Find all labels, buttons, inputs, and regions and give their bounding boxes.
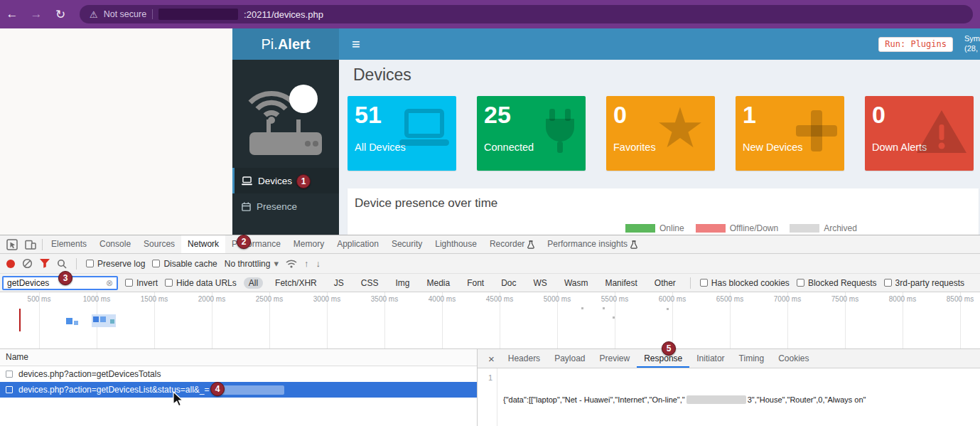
column-header-name[interactable]: Name — [0, 349, 477, 366]
detail-tab-initiator[interactable]: Initiator — [689, 349, 731, 368]
detail-tab-preview[interactable]: Preview — [593, 349, 637, 368]
tab-security[interactable]: Security — [385, 235, 429, 253]
export-har-icon[interactable]: ↓ — [316, 258, 321, 269]
tab-label: Performance insights — [547, 235, 628, 253]
card-down-alerts[interactable]: 0 Down Alerts — [865, 96, 974, 171]
hamburger-menu-icon[interactable]: ≡ — [352, 28, 360, 60]
card-all-devices[interactable]: 51 All Devices — [348, 96, 456, 171]
checkbox[interactable] — [125, 279, 133, 287]
network-toolbar: Preserve log Disable cache No throttling… — [0, 254, 980, 274]
has-blocked-cookies-checkbox[interactable]: Has blocked cookies — [700, 278, 790, 288]
tab-performance-insights[interactable]: Performance insights — [541, 235, 644, 253]
filter-pill-ws[interactable]: WS — [529, 277, 552, 289]
tab-performance[interactable]: Performance — [225, 235, 287, 253]
tab-sources[interactable]: Sources — [137, 235, 181, 253]
third-party-requests-checkbox[interactable]: 3rd-party requests — [884, 278, 964, 288]
star-icon: ★ — [655, 103, 705, 153]
checkbox-label: Has blocked cookies — [711, 278, 790, 288]
clear-network-log-icon[interactable] — [22, 258, 33, 269]
filter-pill-manifest[interactable]: Manifest — [600, 277, 642, 289]
not-secure-warning-icon: ⚠ — [90, 9, 98, 20]
filter-pill-all[interactable]: All — [244, 277, 263, 289]
request-row[interactable]: devices.php?action=getDevicesTotals — [0, 366, 477, 382]
search-icon[interactable] — [57, 259, 67, 269]
checkbox[interactable] — [86, 260, 94, 267]
tab-console[interactable]: Console — [93, 235, 137, 253]
checkbox[interactable] — [165, 279, 173, 287]
url-text: :20211/devices.php — [244, 9, 323, 20]
network-overview-timeline[interactable]: 500 ms 1000 ms 1500 ms 2000 ms 2500 ms 3… — [0, 292, 980, 349]
timeline-tick-label: 5500 ms — [593, 295, 636, 303]
request-row-selected[interactable]: devices.php?action=getDevicesList&status… — [0, 382, 477, 398]
detail-tab-headers[interactable]: Headers — [501, 349, 547, 368]
device-toolbar-icon[interactable] — [21, 240, 40, 250]
filter-pill-wasm[interactable]: Wasm — [559, 277, 593, 289]
sidebar-item-devices[interactable]: Devices — [232, 168, 339, 193]
legend-item-archived: Archived — [790, 223, 857, 233]
filter-pill-css[interactable]: CSS — [356, 277, 384, 289]
network-filter-bar: getDevices ⊗ Invert Hide data URLs All F… — [0, 274, 980, 292]
tab-recorder[interactable]: Recorder — [483, 235, 541, 253]
close-icon[interactable]: × — [482, 353, 501, 365]
filter-pill-img[interactable]: Img — [390, 277, 414, 289]
timeline-tick-label: 8000 ms — [881, 295, 924, 303]
reload-icon[interactable]: ↻ — [48, 7, 72, 22]
request-type-icon — [6, 386, 13, 393]
presence-title: Device presence over time — [348, 188, 979, 218]
checkbox[interactable] — [884, 279, 892, 287]
timeline-tick-label: 1000 ms — [75, 295, 118, 303]
tab-memory[interactable]: Memory — [287, 235, 330, 253]
network-detail-area: Name devices.php?action=getDevicesTotals… — [0, 349, 980, 426]
tab-lighthouse[interactable]: Lighthouse — [429, 235, 483, 253]
legend-item-online: Online — [625, 223, 684, 233]
detail-tab-cookies[interactable]: Cookies — [771, 349, 816, 368]
checkbox[interactable] — [797, 279, 804, 287]
filter-pill-fetch-xhr[interactable]: Fetch/XHR — [270, 277, 322, 289]
preserve-log-checkbox[interactable]: Preserve log — [86, 259, 145, 269]
filter-pill-js[interactable]: JS — [329, 277, 349, 289]
run-plugins-button[interactable]: Run: Plugins — [878, 37, 953, 52]
response-viewer[interactable]: 1 {"data":[["laptop","Net - Huawei","Int… — [478, 368, 980, 426]
inspect-element-icon[interactable] — [3, 239, 21, 250]
filter-pill-doc[interactable]: Doc — [496, 277, 521, 289]
filter-pill-other[interactable]: Other — [650, 277, 681, 289]
filter-value: getDevices — [7, 278, 49, 288]
tab-elements[interactable]: Elements — [45, 235, 93, 253]
router-wifi-icon — [239, 65, 332, 164]
clear-filter-icon[interactable]: ⊗ — [106, 278, 113, 288]
checkbox[interactable] — [152, 260, 160, 267]
app-logo[interactable]: Pi.Alert — [232, 28, 339, 60]
sidebar-item-presence[interactable]: Presence — [232, 193, 339, 219]
app-header: ≡ Run: Plugins Sym (28, — [339, 28, 980, 60]
filter-funnel-icon[interactable] — [40, 259, 50, 268]
tab-application[interactable]: Application — [330, 235, 385, 253]
tab-label: Sources — [144, 235, 175, 253]
record-network-log-icon[interactable] — [6, 260, 15, 268]
legend-swatch-archived — [790, 224, 819, 233]
import-har-icon[interactable]: ↑ — [304, 258, 309, 269]
filter-pill-media[interactable]: Media — [421, 277, 455, 289]
filter-pill-font[interactable]: Font — [462, 277, 489, 289]
checkbox[interactable] — [700, 279, 708, 287]
divider — [42, 239, 43, 250]
blocked-requests-checkbox[interactable]: Blocked Requests — [797, 278, 877, 288]
tab-network[interactable]: Network — [181, 235, 225, 253]
card-new-devices[interactable]: 1 New Devices — [736, 96, 844, 171]
forward-icon[interactable]: → — [24, 7, 48, 21]
disable-cache-checkbox[interactable]: Disable cache — [152, 259, 217, 269]
header-clipped-top: Sym — [964, 33, 980, 43]
app-sidebar: Pi.Alert — [232, 28, 339, 235]
back-icon[interactable]: ← — [0, 7, 24, 21]
detail-tab-payload[interactable]: Payload — [547, 349, 592, 368]
card-connected[interactable]: 25 Connected — [477, 96, 586, 171]
hide-data-urls-checkbox[interactable]: Hide data URLs — [165, 278, 237, 288]
network-conditions-icon[interactable] — [286, 260, 297, 268]
card-favorites[interactable]: 0 Favorites ★ — [606, 96, 715, 171]
legend-item-offline: Offline/Down — [696, 223, 778, 233]
page-viewport: Pi.Alert — [0, 28, 980, 235]
invert-checkbox[interactable]: Invert — [125, 278, 158, 288]
card-label: Connected — [484, 142, 534, 153]
address-bar[interactable]: ⚠ Not secure :20211/devices.php — [80, 5, 973, 23]
detail-tab-timing[interactable]: Timing — [732, 349, 772, 368]
throttling-select[interactable]: No throttling ▾ — [225, 258, 279, 269]
